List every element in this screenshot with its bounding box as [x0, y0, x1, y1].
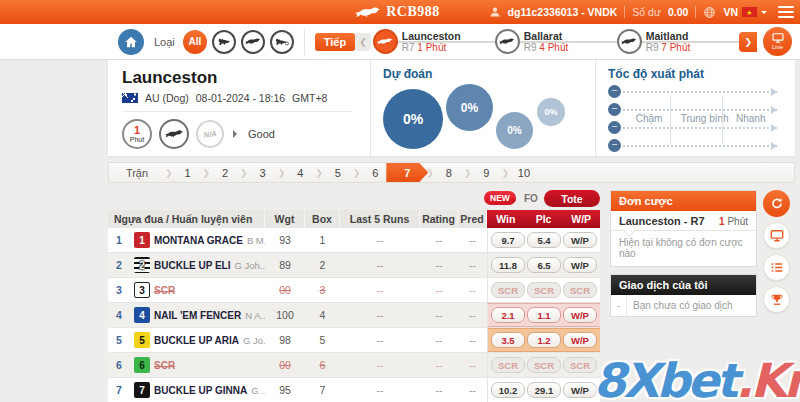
results-list-button[interactable]	[763, 254, 790, 281]
greyhound-logo-icon	[355, 6, 381, 19]
odds-cell-group: 3.51.2W/P	[487, 328, 600, 352]
tab-race-3[interactable]: 3	[248, 163, 278, 182]
menu-icon[interactable]	[778, 6, 794, 19]
runner-box: 7	[305, 378, 340, 402]
tab-race-6[interactable]: 6	[360, 163, 390, 182]
speed-arrow	[623, 109, 777, 111]
home-button[interactable]	[118, 29, 144, 55]
saddlecloth-icon: 7	[134, 382, 150, 398]
track-item-albion-park[interactable]: Albion ParkR7 10 Phút	[739, 29, 740, 54]
place-odds-button[interactable]: 6.5	[527, 257, 561, 273]
filter-all-button[interactable]: All	[183, 30, 207, 54]
table-row: 55BUCKLE UP ARIAG Jo...985------3.51.2W/…	[108, 328, 600, 353]
runner-pred: --	[458, 353, 487, 377]
runner-number: 2	[108, 253, 130, 277]
runner-number: 5	[108, 328, 130, 352]
refresh-button[interactable]	[763, 190, 790, 217]
trainer-name: B M...	[247, 235, 265, 246]
trainer-name: G Jo...	[243, 335, 265, 346]
track-item-ballarat[interactable]: BallaratR9 4 Phút	[495, 29, 617, 54]
win-odds-button[interactable]: 9.7	[491, 232, 525, 248]
place-odds-button[interactable]: 1.1	[527, 307, 561, 323]
tab-race-1[interactable]: 1	[173, 163, 203, 182]
leaderboard-button[interactable]	[763, 286, 790, 313]
runner-box: 5	[305, 328, 340, 352]
trophy-icon	[770, 293, 784, 306]
language-selector[interactable]: VN ★	[723, 6, 767, 18]
track-race-no: R9	[524, 42, 537, 53]
place-odds-button[interactable]: 1.2	[527, 332, 561, 348]
win-odds-button[interactable]: 11.8	[491, 257, 525, 273]
place-odds-button[interactable]: 5.4	[527, 232, 561, 248]
runner-number: 7	[108, 378, 130, 402]
fo-mode-toggle[interactable]: FO	[524, 193, 538, 204]
prediction-bubble-4: 0%	[537, 98, 565, 126]
filter-greyhound-button[interactable]	[241, 30, 265, 54]
tab-race-5[interactable]: 5	[323, 163, 353, 182]
saddlecloth-icon: 4	[134, 307, 150, 323]
table-row: 66SCR006------SCRSCRSCR	[108, 353, 600, 378]
user-icon	[489, 6, 501, 18]
tab-race-4[interactable]: 4	[285, 163, 315, 182]
win-odds-button[interactable]: 2.1	[491, 307, 525, 323]
runner-pred: --	[458, 253, 487, 277]
runner-box: 6	[305, 353, 340, 377]
scroll-left-button[interactable]: ❮	[355, 33, 371, 51]
win-place-button[interactable]: W/P	[563, 307, 597, 323]
win-place-button[interactable]: W/P	[563, 232, 597, 248]
tab-race-9[interactable]: 9	[471, 163, 501, 182]
tote-button[interactable]: Tote	[544, 190, 600, 207]
win-odds-button: SCR	[491, 282, 525, 298]
globe-icon	[703, 6, 716, 19]
win-place-button[interactable]: W/P	[563, 332, 597, 348]
race-nav-bar: Loại All Tiếp ❮ LauncestonR7 1 PhútBalla…	[0, 24, 800, 60]
runner-weight: 89	[265, 253, 305, 277]
trainer-name: G ...	[251, 385, 265, 396]
next-races-button[interactable]: Tiếp	[315, 33, 355, 51]
win-place-button[interactable]: W/P	[563, 257, 597, 273]
column-header: Pred	[458, 210, 487, 228]
runner-rating: --	[420, 378, 458, 402]
runner-rating: --	[420, 228, 458, 252]
speed-dot: –	[608, 121, 621, 134]
live-button[interactable]: Live	[763, 27, 792, 56]
divider	[304, 29, 305, 55]
greyhound-icon	[739, 29, 740, 54]
runner-box: 3	[305, 278, 340, 302]
race-summary-section: Launceston AU (Dog) 08-01-2024 - 18:16 G…	[108, 60, 370, 156]
tab-separator-icon: ❯	[315, 163, 323, 182]
place-odds-button[interactable]: 29.1	[527, 382, 561, 398]
scroll-right-button[interactable]: ❯	[739, 32, 757, 52]
watermark-blue-text: 8Xbet	[594, 353, 736, 402]
track-item-launceston[interactable]: LauncestonR7 1 Phút	[373, 29, 495, 54]
win-odds-button[interactable]: 3.5	[491, 332, 525, 348]
race-datetime: 08-01-2024 - 18:16	[196, 92, 285, 104]
track-race-no: R7	[402, 42, 415, 53]
odds-cell-group: SCRSCRSCR	[487, 353, 600, 377]
tab-race-7[interactable]: 7	[386, 163, 428, 182]
page-title: Launceston	[122, 68, 370, 88]
tab-race-8[interactable]: 8	[434, 163, 464, 182]
language-code: VN	[723, 6, 738, 18]
username: dg11c2336013 - VNDK	[508, 6, 618, 18]
brand-name: RCB988	[386, 4, 440, 20]
runner-box: 4	[305, 303, 340, 327]
start-speed-title: Tốc độ xuất phát	[608, 67, 781, 81]
win-odds-button[interactable]: 10.2	[491, 382, 525, 398]
runner-rating: --	[420, 328, 458, 352]
table-row: 77BUCKLE UP GINNAG ...957------10.229.1W…	[108, 378, 600, 402]
filter-horse-button[interactable]	[212, 30, 236, 54]
live-video-button[interactable]	[763, 222, 790, 249]
race-country: AU (Dog)	[145, 92, 189, 104]
speed-label: Nhanh	[736, 113, 765, 124]
track-item-maitland[interactable]: MaitlandR9 7 Phút	[617, 29, 739, 54]
odds-column-header: W/P	[562, 210, 600, 228]
tab-race-10[interactable]: 10	[509, 163, 539, 182]
runner-pred: --	[458, 228, 487, 252]
site-watermark: 8Xbet.Kr	[594, 353, 800, 402]
place-odds-button: SCR	[527, 282, 561, 298]
filter-harness-button[interactable]	[270, 30, 294, 54]
tab-race-2[interactable]: 2	[210, 163, 240, 182]
saddlecloth-icon: 2	[134, 257, 150, 273]
win-place-button[interactable]: W/P	[563, 382, 597, 398]
